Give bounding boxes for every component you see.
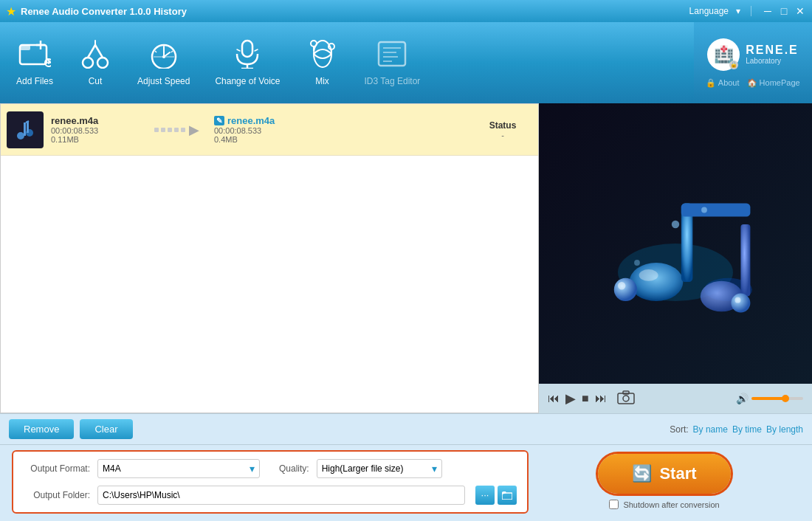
start-label: Start — [659, 464, 696, 483]
format-label: Output Format: — [24, 463, 90, 474]
format-value: M4A — [103, 463, 121, 474]
bottom-controls: Remove Clear Sort: By name By time By le… — [0, 413, 812, 444]
sort-by-name[interactable]: By name — [693, 424, 728, 435]
homepage-link[interactable]: 🏠 HomePage — [747, 78, 800, 88]
quality-select[interactable]: High(Larger file size) ▾ — [317, 459, 442, 478]
logo-sub: Laboratory — [746, 57, 799, 65]
camera-button[interactable] — [617, 390, 635, 407]
sort-by-time[interactable]: By time — [732, 424, 762, 435]
svg-point-9 — [97, 58, 108, 68]
logo-name: RENE.E — [746, 44, 799, 57]
folder-input[interactable]: C:\Users\HP\Music\ — [97, 486, 465, 505]
svg-point-54 — [701, 207, 707, 213]
player-play-button[interactable]: ▶ — [565, 390, 576, 407]
svg-point-52 — [735, 297, 741, 303]
id3-icon — [376, 39, 408, 73]
open-folder-button[interactable] — [498, 486, 517, 505]
player-volume-area: 🔊 — [641, 393, 803, 404]
sort-by-length[interactable]: By length — [766, 424, 803, 435]
minimize-button[interactable]: ─ — [762, 5, 774, 17]
player-next-button[interactable]: ⏭ — [595, 392, 607, 405]
player-stop-button[interactable]: ■ — [582, 392, 589, 405]
shutdown-checkbox[interactable] — [609, 500, 619, 509]
folder-row: Output Folder: C:\Users\HP\Music\ ··· — [24, 486, 517, 505]
folder-value: C:\Users\HP\Music\ — [103, 490, 180, 500]
logo-area: 🏥 🔒 RENE.E Laboratory 🔒 About 🏠 HomePage — [694, 22, 812, 103]
svg-point-26 — [311, 41, 317, 46]
app-logo-icon: ★ — [6, 4, 16, 18]
svg-rect-39 — [27, 121, 29, 133]
music-visual — [572, 148, 779, 339]
add-files-label: Add Files — [16, 76, 53, 86]
volume-slider[interactable] — [751, 397, 803, 400]
table-row[interactable]: renee.m4a 00:00:08.533 0.11MB ▶ ✎ renee.… — [1, 104, 538, 156]
mix-icon — [306, 39, 339, 73]
main-area: renee.m4a 00:00:08.533 0.11MB ▶ ✎ renee.… — [0, 103, 812, 413]
svg-rect-20 — [242, 41, 252, 57]
svg-line-24 — [255, 49, 258, 51]
adjust-speed-label: Adjust Speed — [137, 76, 190, 86]
player-controls: ⏮ ▶ ■ ⏭ 🔊 — [539, 384, 812, 413]
toolbar-item-cut[interactable]: Cut — [69, 35, 121, 91]
toolbar-item-change-of-voice[interactable]: Change of Voice — [206, 35, 289, 91]
remove-button[interactable]: Remove — [9, 419, 74, 439]
toolbar-item-add-files[interactable]: Add Files — [7, 35, 62, 91]
svg-rect-58 — [623, 391, 629, 394]
file-source-info: renee.m4a 00:00:08.533 0.11MB — [51, 115, 140, 144]
toolbar-item-id3[interactable]: ID3 Tag Editor — [356, 35, 430, 91]
svg-rect-46 — [740, 224, 750, 297]
file-output-info: ✎ renee.m4a 00:00:08.533 0.4MB — [214, 115, 473, 144]
change-of-voice-label: Change of Voice — [215, 76, 280, 86]
file-status: Status - — [473, 120, 532, 139]
titlebar: ★ Renee Audio Converter 1.0.0 History La… — [0, 0, 812, 22]
svg-rect-30 — [379, 42, 405, 66]
output-filename: ✎ renee.m4a — [214, 115, 473, 126]
svg-rect-38 — [24, 123, 26, 136]
preview-area: ⏮ ▶ ■ ⏭ 🔊 — [539, 103, 812, 413]
start-area: 🔄 Start Shutdown after conversion — [529, 454, 800, 509]
adjust-speed-icon — [148, 39, 180, 73]
browse-button[interactable]: ··· — [475, 486, 495, 505]
preview-content — [539, 103, 812, 384]
volume-thumb — [782, 395, 789, 402]
toolbar-item-adjust-speed[interactable]: Adjust Speed — [128, 35, 199, 91]
svg-line-11 — [95, 45, 103, 58]
change-of-voice-icon — [231, 39, 264, 73]
language-dropdown-icon[interactable]: ▾ — [736, 6, 740, 16]
clear-button[interactable]: Clear — [80, 419, 132, 439]
sort-label: Sort: — [670, 424, 688, 435]
start-icon: 🔄 — [632, 464, 652, 483]
sort-area: Sort: By name By time By length — [670, 424, 803, 435]
add-files-icon — [18, 39, 51, 73]
output-size: 0.4MB — [214, 135, 473, 144]
player-prev-button[interactable]: ⏮ — [548, 392, 560, 405]
shutdown-label: Shutdown after conversion — [623, 500, 719, 509]
close-button[interactable]: ✕ — [794, 5, 806, 17]
folder-label: Output Folder: — [24, 490, 90, 500]
about-link[interactable]: 🔒 About — [706, 78, 739, 88]
id3-label: ID3 Tag Editor — [365, 76, 421, 86]
file-thumbnail — [7, 111, 44, 148]
output-settings: Output Format: M4A ▾ Quality: High(Large… — [0, 444, 812, 518]
toolbar-item-mix[interactable]: Mix — [297, 35, 348, 91]
status-label: Status — [473, 120, 532, 131]
svg-point-57 — [623, 396, 629, 401]
file-list: renee.m4a 00:00:08.533 0.11MB ▶ ✎ renee.… — [1, 104, 538, 413]
source-duration: 00:00:08.533 — [51, 126, 140, 135]
svg-line-10 — [88, 45, 95, 58]
svg-point-51 — [731, 294, 750, 313]
svg-point-49 — [614, 278, 637, 301]
maximize-button[interactable]: □ — [778, 5, 790, 17]
format-row: Output Format: M4A ▾ Quality: High(Large… — [24, 459, 517, 478]
start-button[interactable]: 🔄 Start — [598, 454, 731, 494]
output-form: Output Format: M4A ▾ Quality: High(Large… — [12, 450, 529, 514]
folder-buttons: ··· — [475, 486, 517, 505]
svg-point-43 — [630, 263, 684, 301]
toolbar: Add Files Cut — [0, 22, 694, 103]
svg-rect-56 — [618, 393, 634, 404]
svg-line-23 — [237, 49, 240, 51]
format-select[interactable]: M4A ▾ — [97, 459, 260, 478]
svg-point-53 — [672, 221, 679, 228]
svg-point-55 — [634, 260, 640, 266]
header-area: Add Files Cut — [0, 22, 812, 103]
